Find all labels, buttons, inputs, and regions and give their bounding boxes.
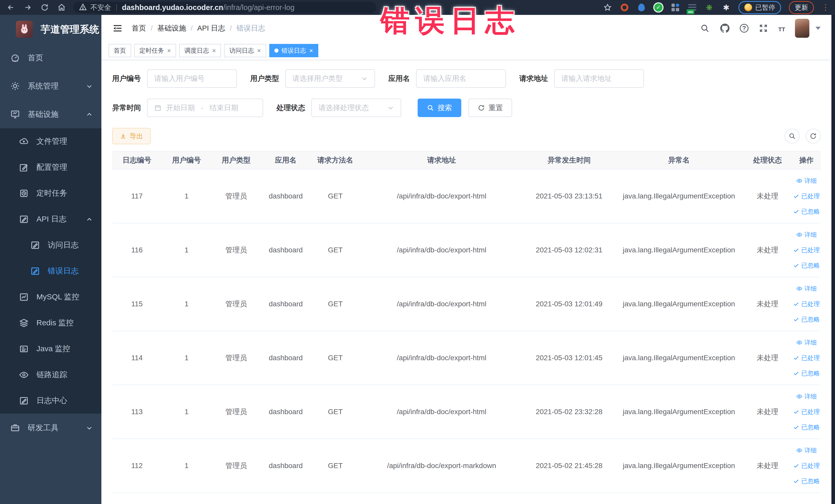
extension-green-check-icon[interactable]: ✓ <box>654 3 663 12</box>
cell-user-type: 管理员 <box>211 191 261 201</box>
dashboard-icon <box>10 53 20 63</box>
back-icon[interactable] <box>6 2 16 13</box>
sidebar-item-system[interactable]: 系统管理 <box>0 72 101 100</box>
reload-icon[interactable] <box>40 2 50 13</box>
mark-ignored-link[interactable]: 已忽略 <box>793 207 820 216</box>
cell-exception-name: java.lang.IllegalArgumentException <box>615 354 743 362</box>
cell-request-url: /api/infra/db-doc/export-html <box>360 246 523 254</box>
extensions-puzzle-icon[interactable]: ✱ <box>721 3 731 12</box>
user-id-input[interactable] <box>147 69 237 88</box>
hamburger-icon[interactable] <box>112 23 123 34</box>
detail-link[interactable]: 详细 <box>796 338 817 347</box>
mark-ignored-link[interactable]: 已忽略 <box>793 423 820 431</box>
fullscreen-icon[interactable] <box>758 23 769 33</box>
extension-blue-drop-icon[interactable] <box>637 3 646 12</box>
check-icon <box>793 193 799 199</box>
mark-processed-link[interactable]: 已处理 <box>793 300 820 308</box>
detail-link[interactable]: 详细 <box>796 392 817 401</box>
browser-scrollbar[interactable] <box>831 15 835 504</box>
tab-home[interactable]: 首页 <box>108 44 131 57</box>
sidebar-item-scheduled-jobs[interactable]: 定时任务 <box>0 180 101 206</box>
search-icon <box>427 104 434 112</box>
extension-leaf-icon[interactable]: ❋ <box>705 3 714 12</box>
mark-ignored-link[interactable]: 已忽略 <box>793 261 820 269</box>
sidebar-item-infrastructure[interactable]: 基础设施 <box>0 100 101 128</box>
chart-icon <box>19 292 29 302</box>
mark-processed-link[interactable]: 已处理 <box>793 408 820 416</box>
mark-ignored-link[interactable]: 已忽略 <box>793 477 820 485</box>
user-avatar[interactable] <box>795 19 809 38</box>
logo-image <box>16 21 33 38</box>
app-title: 芋道管理系统 <box>41 23 99 36</box>
cell-app-name: dashboard <box>261 354 311 362</box>
breadcrumb-infrastructure[interactable]: 基础设施 <box>157 23 186 33</box>
date-range-picker[interactable]: 开始日期 - 结束日期 <box>147 99 263 117</box>
sidebar-item-dev-tools[interactable]: 研发工具 <box>0 414 101 442</box>
sidebar: 芋道管理系统 首页 系统管理 基础设施 文件管理 配置管理 <box>0 15 101 504</box>
extension-orange-icon[interactable] <box>620 3 629 12</box>
refresh-icon <box>478 104 485 112</box>
toggle-search-button[interactable] <box>785 129 799 143</box>
sidebar-item-mysql-monitor[interactable]: MySQL 监控 <box>0 284 101 310</box>
extension-dark-lines-icon[interactable]: on <box>688 3 697 12</box>
mark-ignored-link[interactable]: 已忽略 <box>793 369 820 378</box>
refresh-table-button[interactable] <box>806 129 821 143</box>
forward-icon[interactable] <box>23 2 33 13</box>
sidebar-item-tracing[interactable]: 链路追踪 <box>0 362 101 388</box>
mark-processed-link[interactable]: 已处理 <box>793 192 820 200</box>
tab-error-log[interactable]: 错误日志× <box>269 44 318 57</box>
sidebar-item-api-log[interactable]: API 日志 <box>0 206 101 232</box>
mark-processed-link[interactable]: 已处理 <box>793 246 820 254</box>
sidebar-item-error-log[interactable]: 错误日志 <box>0 258 101 284</box>
detail-link[interactable]: 详细 <box>796 230 817 239</box>
app-logo[interactable]: 芋道管理系统 <box>0 15 101 44</box>
profile-paused-pill[interactable]: 已暂停 <box>738 1 781 14</box>
detail-link[interactable]: 详细 <box>796 446 817 455</box>
close-icon[interactable]: × <box>309 47 313 54</box>
reset-button[interactable]: 重置 <box>468 99 512 117</box>
search-button[interactable]: 搜索 <box>418 99 461 117</box>
eye-icon <box>796 394 802 400</box>
help-icon[interactable]: ? <box>740 24 749 33</box>
app-name-input[interactable] <box>416 69 506 88</box>
close-icon[interactable]: × <box>257 47 261 54</box>
mark-processed-link[interactable]: 已处理 <box>793 354 820 362</box>
tab-access-log[interactable]: 访问日志× <box>224 44 266 57</box>
user-type-select[interactable]: 请选择用户类型 <box>285 69 375 88</box>
tab-schedule-log[interactable]: 调度日志× <box>179 44 221 57</box>
cell-method: GET <box>311 192 360 200</box>
github-icon[interactable] <box>720 23 730 33</box>
close-icon[interactable]: × <box>212 47 216 54</box>
process-status-select[interactable]: 请选择处理状态 <box>311 99 401 117</box>
browser-update-button[interactable]: 更新 <box>789 1 814 14</box>
address-bar[interactable]: 不安全 dashboard.yudao.iocoder.cn/infra/log… <box>74 2 376 13</box>
cell-status: 未处理 <box>742 299 792 309</box>
sidebar-item-java-monitor[interactable]: Java 监控 <box>0 336 101 362</box>
paused-label: 已暂停 <box>755 3 775 12</box>
row-operations: 详细 已处理 已忽略 <box>792 177 821 216</box>
breadcrumb-api-log[interactable]: API 日志 <box>197 23 225 33</box>
cell-method: GET <box>311 408 360 416</box>
mark-ignored-link[interactable]: 已忽略 <box>793 315 820 323</box>
sidebar-item-home[interactable]: 首页 <box>0 44 101 72</box>
bookmark-star-icon[interactable] <box>603 3 612 12</box>
request-url-input[interactable] <box>554 69 644 88</box>
breadcrumb-home[interactable]: 首页 <box>132 23 146 33</box>
extension-grid-icon[interactable] <box>671 3 680 12</box>
sidebar-item-file-management[interactable]: 文件管理 <box>0 128 101 154</box>
mark-processed-link[interactable]: 已处理 <box>793 462 820 470</box>
avatar-caret-icon[interactable] <box>815 27 821 30</box>
sidebar-item-config-management[interactable]: 配置管理 <box>0 154 101 180</box>
search-icon[interactable] <box>700 23 710 33</box>
sidebar-item-redis-monitor[interactable]: Redis 监控 <box>0 310 101 336</box>
font-size-icon[interactable]: TT <box>778 23 785 33</box>
sidebar-item-log-center[interactable]: 日志中心 <box>0 388 101 414</box>
home-icon[interactable] <box>57 2 67 13</box>
export-button[interactable]: 导出 <box>112 128 151 144</box>
close-icon[interactable]: × <box>167 47 171 54</box>
detail-link[interactable]: 详细 <box>796 284 817 293</box>
browser-menu-icon[interactable]: ⋮ <box>822 4 829 11</box>
tab-scheduled-jobs[interactable]: 定时任务× <box>134 44 176 57</box>
sidebar-item-access-log[interactable]: 访问日志 <box>0 232 101 258</box>
detail-link[interactable]: 详细 <box>796 177 817 185</box>
